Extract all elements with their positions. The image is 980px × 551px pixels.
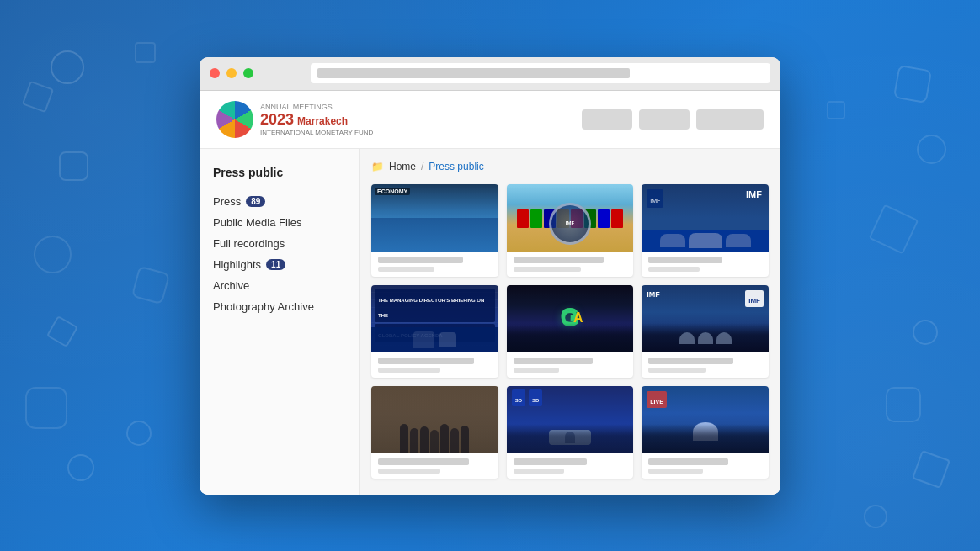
- people-7: [371, 428, 498, 453]
- audience-8: [507, 424, 634, 453]
- sidebar-section-title: Press public: [213, 166, 345, 179]
- media-info-9: [642, 453, 769, 479]
- media-card-1[interactable]: [371, 184, 498, 277]
- browser-window: ANNUAL MEETINGS 2023 Marrakech INTERNATI…: [200, 57, 780, 495]
- site-header: ANNUAL MEETINGS 2023 Marrakech INTERNATI…: [200, 91, 780, 149]
- audience-9: [642, 424, 769, 453]
- nav-pill-2[interactable]: [639, 109, 690, 130]
- media-thumb-5: G A: [507, 285, 634, 352]
- media-subtitle-1: [378, 267, 434, 272]
- media-card-9[interactable]: LIVE: [642, 386, 769, 479]
- close-button[interactable]: [210, 68, 220, 78]
- sidebar-label-full-recordings: Full recordings: [213, 237, 285, 250]
- sidebar-item-archive[interactable]: Archive: [213, 275, 345, 296]
- live-badge-9: LIVE: [647, 391, 667, 408]
- sidebar-item-press[interactable]: Press 89: [213, 191, 345, 212]
- sidebar-label-archive: Archive: [213, 279, 249, 292]
- media-title-4: [378, 358, 474, 364]
- media-title-2: [514, 257, 605, 263]
- breadcrumb-home[interactable]: Home: [389, 161, 416, 172]
- browser-content: ANNUAL MEETINGS 2023 Marrakech INTERNATI…: [200, 91, 780, 495]
- media-card-2[interactable]: IMF: [507, 184, 634, 277]
- url-display: [317, 68, 630, 78]
- media-title-3: [648, 257, 722, 263]
- media-thumb-6: IMF: [642, 285, 769, 352]
- minimize-button[interactable]: [226, 68, 237, 78]
- people-1: [371, 226, 498, 252]
- media-info-4: [371, 352, 498, 378]
- media-subtitle-2: [514, 267, 582, 272]
- media-info-1: [371, 252, 498, 277]
- folder-icon: 📁: [371, 161, 384, 172]
- media-info-7: [371, 453, 498, 479]
- media-card-8[interactable]: SD SD: [507, 386, 634, 479]
- media-info-5: [507, 352, 634, 378]
- content-area: 📁 Home / Press public: [360, 149, 780, 495]
- header-nav: [582, 109, 764, 130]
- media-subtitle-3: [648, 267, 700, 272]
- media-title-6: [648, 358, 733, 364]
- stage-bar-1: [371, 236, 498, 252]
- media-thumb-4: THE MANAGING DIRECTOR'S BRIEFING ON THE …: [371, 285, 498, 352]
- media-title-8: [514, 458, 588, 465]
- sidebar-label-press: Press: [213, 195, 241, 208]
- media-subtitle-7: [378, 469, 440, 474]
- logo-text: ANNUAL MEETINGS 2023 Marrakech INTERNATI…: [260, 103, 373, 136]
- sidebar-label-highlights: Highlights: [213, 258, 261, 271]
- media-subtitle-5: [514, 368, 559, 373]
- media-card-5[interactable]: G A: [507, 285, 634, 378]
- badges-8: SD SD: [512, 389, 543, 406]
- breadcrumb-separator: /: [421, 161, 423, 172]
- media-info-8: [507, 453, 634, 479]
- sidebar-label-public-media: Public Media Files: [213, 216, 302, 229]
- media-card-7[interactable]: [371, 386, 498, 479]
- media-subtitle-9: [648, 469, 703, 474]
- media-title-7: [378, 458, 469, 465]
- title-bar: [200, 57, 780, 91]
- speakers-3: [660, 230, 751, 252]
- media-thumb-9: LIVE: [642, 386, 769, 453]
- media-info-3: [642, 252, 769, 277]
- breadcrumb: 📁 Home / Press public: [371, 161, 769, 172]
- breadcrumb-current: Press public: [429, 161, 483, 172]
- media-card-4[interactable]: THE MANAGING DIRECTOR'S BRIEFING ON THE …: [371, 285, 498, 378]
- annual-meetings-label: ANNUAL MEETINGS: [260, 103, 333, 111]
- media-subtitle-6: [648, 368, 705, 373]
- sidebar-item-public-media[interactable]: Public Media Files: [213, 212, 345, 233]
- stage-bar-3: [642, 230, 769, 252]
- imf-logo-circle: [216, 101, 253, 138]
- media-thumb-1: [371, 184, 498, 252]
- media-title-9: [648, 458, 727, 465]
- media-grid: IMF IMF: [371, 184, 769, 479]
- media-thumb-3: IMF: [642, 184, 769, 252]
- sidebar-label-photography-archive: Photography Archive: [213, 300, 314, 313]
- media-card-3[interactable]: IMF: [642, 184, 769, 277]
- sidebar-item-photography-archive[interactable]: Photography Archive: [213, 296, 345, 317]
- sidebar-item-full-recordings[interactable]: Full recordings: [213, 233, 345, 254]
- sidebar: Press public Press 89 Public Media Files…: [200, 149, 360, 495]
- media-subtitle-4: [378, 368, 440, 373]
- media-thumb-7: [371, 386, 498, 453]
- address-bar[interactable]: [311, 63, 770, 83]
- sidebar-item-highlights[interactable]: Highlights 11: [213, 254, 345, 275]
- imf-badge-3: IMF: [647, 189, 663, 208]
- nav-pill-1[interactable]: [582, 109, 632, 130]
- imf-badge-6: IMF: [745, 290, 764, 307]
- media-title-1: [378, 257, 463, 263]
- sidebar-badge-highlights: 11: [266, 259, 285, 270]
- media-title-5: [514, 358, 593, 364]
- logo-organization: INTERNATIONAL MONETARY FUND: [260, 129, 373, 136]
- audience-5: [507, 323, 634, 352]
- main-layout: Press public Press 89 Public Media Files…: [200, 149, 780, 495]
- media-card-6[interactable]: IMF: [642, 285, 769, 378]
- stage-bottom-4: [371, 327, 498, 352]
- logo-area: ANNUAL MEETINGS 2023 Marrakech INTERNATI…: [216, 101, 373, 138]
- nav-pill-3[interactable]: [696, 109, 764, 130]
- sidebar-badge-press: 89: [246, 196, 265, 207]
- speakers-6: [642, 332, 769, 344]
- media-info-2: [507, 252, 634, 277]
- logo-city: Marrakech: [297, 115, 348, 127]
- maximize-button[interactable]: [243, 68, 253, 78]
- imf-globe-2: IMF: [549, 203, 591, 245]
- logo-year: 2023: [260, 111, 294, 129]
